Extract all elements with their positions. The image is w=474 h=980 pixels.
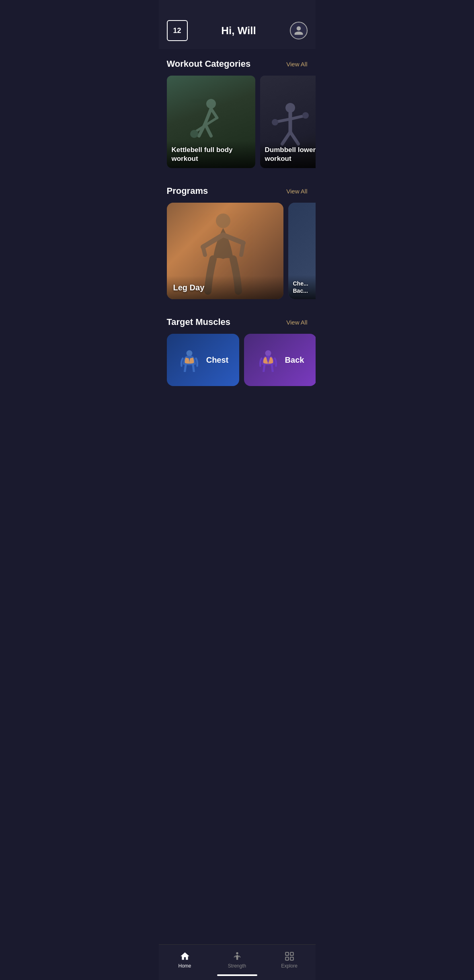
programs-cards-scroll: Leg Day Che...Bac... bbox=[159, 203, 316, 302]
app-logo: 12 bbox=[167, 20, 188, 41]
muscles-cards-scroll: Chest Back bbox=[159, 334, 316, 389]
logo-text: 12 bbox=[173, 27, 181, 34]
card-label-dumbbell: Dumbbell lower body workout bbox=[265, 146, 316, 163]
card-overlay: Kettlebell full body workout bbox=[167, 141, 255, 168]
muscle-label-chest: Chest bbox=[206, 355, 229, 365]
svg-line-16 bbox=[276, 119, 290, 122]
program-card-chest-back[interactable]: Che...Bac... bbox=[288, 203, 316, 299]
section-header-muscles: Target Muscles View All bbox=[167, 317, 308, 327]
muscle-card-chest[interactable]: Chest bbox=[167, 334, 239, 386]
gym-rack-illustration bbox=[312, 80, 316, 128]
target-muscles-title: Target Muscles bbox=[167, 317, 231, 327]
programs-title: Programs bbox=[167, 186, 208, 196]
svg-line-23 bbox=[203, 247, 205, 255]
svg-point-18 bbox=[272, 119, 278, 125]
card-overlay: Dumbbell lower body workout bbox=[260, 141, 316, 168]
section-header-workout: Workout Categories View All bbox=[167, 59, 308, 69]
svg-line-4 bbox=[211, 109, 217, 118]
muscle-card-back[interactable]: Back bbox=[244, 334, 316, 386]
workout-categories-section: Workout Categories View All Kettlebell f… bbox=[159, 49, 316, 176]
svg-point-6 bbox=[190, 130, 198, 138]
program-card-legday[interactable]: Leg Day bbox=[167, 203, 283, 299]
greeting-text: Hi, Will bbox=[221, 25, 256, 37]
workout-card-dumbbell[interactable]: Dumbbell lower body workout bbox=[260, 76, 316, 168]
section-header-programs: Programs View All bbox=[167, 186, 308, 196]
svg-line-24 bbox=[241, 243, 243, 255]
app-header: 12 Hi, Will bbox=[159, 0, 316, 49]
target-muscles-view-all[interactable]: View All bbox=[286, 319, 307, 326]
svg-point-20 bbox=[216, 214, 230, 228]
programs-view-all[interactable]: View All bbox=[286, 188, 307, 195]
muscle-label-back: Back bbox=[285, 355, 304, 365]
svg-point-19 bbox=[302, 112, 309, 119]
program-label-legday: Leg Day bbox=[173, 282, 277, 293]
profile-avatar[interactable] bbox=[290, 22, 308, 39]
programs-section: Programs View All Leg Day bbox=[159, 176, 316, 307]
card-overlay: Leg Day bbox=[167, 276, 283, 299]
svg-point-25 bbox=[186, 350, 192, 356]
workout-categories-view-all[interactable]: View All bbox=[286, 61, 307, 68]
svg-line-17 bbox=[290, 116, 304, 119]
card-overlay: Che...Bac... bbox=[288, 275, 316, 299]
back-muscle-icon bbox=[256, 348, 280, 372]
svg-point-26 bbox=[265, 350, 271, 356]
card-label-kettlebell: Kettlebell full body workout bbox=[172, 146, 250, 163]
workout-card-kettlebell[interactable]: Kettlebell full body workout bbox=[167, 76, 255, 168]
target-muscles-section: Target Muscles View All Chest bbox=[159, 307, 316, 394]
workout-cards-scroll: Kettlebell full body workout bbox=[159, 76, 316, 171]
workout-categories-title: Workout Categories bbox=[167, 59, 251, 69]
program-label-chest-back: Che...Bac... bbox=[293, 280, 316, 294]
chest-muscle-icon bbox=[177, 348, 201, 372]
user-icon bbox=[293, 25, 304, 36]
